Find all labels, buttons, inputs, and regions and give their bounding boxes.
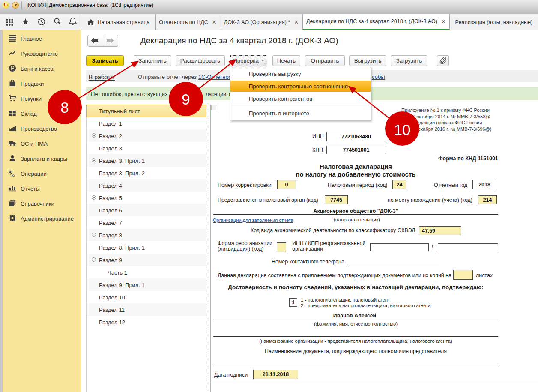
svg-text:Кт: Кт (12, 174, 15, 177)
svg-text:Дт: Дт (9, 170, 13, 174)
